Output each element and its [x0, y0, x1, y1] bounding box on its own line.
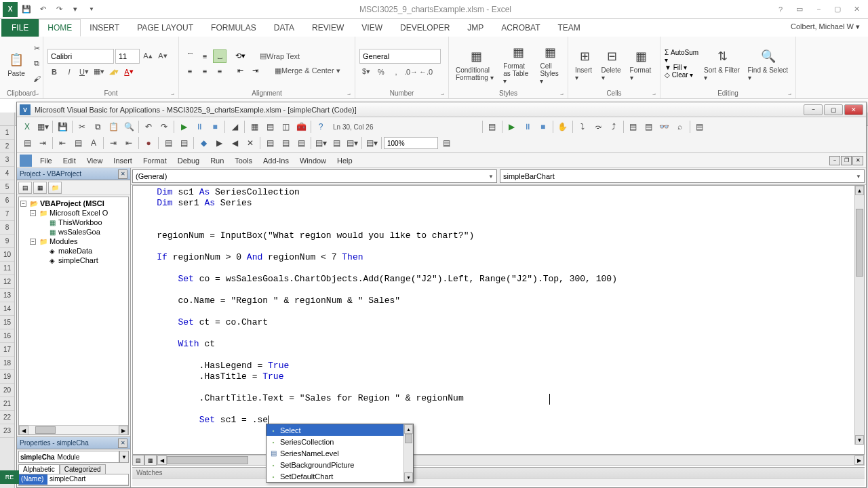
row-header[interactable]: 10 — [0, 248, 14, 262]
code-line[interactable]: Set sc1 = .se — [136, 415, 852, 426]
intl-scroll-thumb[interactable] — [405, 434, 412, 443]
maximize-icon[interactable]: ▢ — [829, 3, 846, 16]
font-size-combo[interactable] — [115, 49, 140, 64]
tab-insert[interactable]: INSERT — [81, 19, 128, 37]
comment-block-icon[interactable]: ▤ — [161, 136, 176, 150]
row-header[interactable]: 14 — [0, 302, 14, 316]
full-module-view-icon[interactable]: ▦ — [144, 455, 157, 466]
borders-icon[interactable]: ▦▾ — [92, 65, 106, 79]
qat-shapes-icon[interactable]: ▾ — [68, 2, 83, 17]
font-name-combo[interactable] — [47, 49, 114, 64]
row-header[interactable]: 1 — [0, 126, 14, 140]
tree-thisworkbook[interactable]: ThisWorkboo — [58, 218, 102, 226]
align-left-icon[interactable]: ≡ — [183, 64, 197, 78]
copy-icon[interactable]: ⧉ — [30, 57, 43, 70]
row-header[interactable]: 15 — [0, 316, 14, 329]
prev-bookmark-icon[interactable]: ◀ — [227, 136, 242, 150]
step-into-icon[interactable]: ⤵ — [575, 119, 590, 134]
number-format-combo[interactable] — [359, 49, 441, 64]
breakpoint-icon[interactable]: ● — [141, 136, 156, 150]
row-header[interactable]: 19 — [0, 370, 14, 384]
align-bottom-icon[interactable]: ⎵ — [213, 49, 226, 63]
step-over-icon[interactable]: ⤼ — [591, 119, 606, 134]
increase-font-icon[interactable]: A▴ — [141, 49, 155, 63]
sort-filter-button[interactable]: ⇅Sort & Filter ▾ — [701, 45, 743, 83]
merge-center-button[interactable]: ▦ Merge & Center ▾ — [271, 64, 344, 78]
decrease-indent-icon[interactable]: ⇤ — [233, 64, 247, 78]
intellisense-item[interactable]: ⬩Select — [267, 424, 413, 436]
intl-scroll-up-icon[interactable]: ▲ — [404, 424, 413, 434]
code-line[interactable]: co.Name = "Region " & regionNum & " Sale… — [136, 296, 852, 306]
orientation-icon[interactable]: ⟲▾ — [233, 49, 247, 63]
row-header[interactable]: 13 — [0, 289, 14, 302]
code-hscroll[interactable]: ◀ ▶ — [157, 455, 865, 466]
paste-button[interactable]: 📋 Paste — [4, 48, 28, 79]
code-line[interactable]: Dim sc1 As SeriesCollection — [136, 187, 852, 198]
edit-btn-g[interactable]: ▤▾ — [364, 136, 379, 150]
align-right-icon[interactable]: ≡ — [213, 64, 226, 78]
row-header[interactable]: 20 — [0, 384, 14, 397]
tab-pagelayout[interactable]: PAGE LAYOUT — [128, 19, 202, 37]
immediate-icon[interactable]: ▤ — [642, 119, 656, 134]
percent-icon[interactable]: % — [374, 65, 388, 79]
menu-addins[interactable]: Add-Ins — [258, 155, 294, 166]
code-line[interactable]: .HasTitle = True — [136, 371, 852, 382]
intl-scroll-down-icon[interactable]: ▼ — [404, 472, 413, 482]
code-line[interactable]: If regionNum > 0 And regionNum < 7 Then — [136, 252, 852, 263]
debug-compile-icon[interactable]: ▤ — [485, 119, 500, 134]
increase-indent-icon[interactable]: ⇥ — [248, 64, 262, 78]
menu-file[interactable]: File — [35, 155, 58, 166]
edit-btn-b[interactable]: ▤ — [278, 136, 293, 150]
code-line[interactable] — [136, 220, 852, 230]
row-header[interactable]: 12 — [0, 275, 14, 289]
intellisense-item[interactable]: ⬩SetDefaultChart — [267, 470, 413, 482]
toolbar-cut-icon[interactable]: ✂ — [75, 119, 90, 134]
clear-bookmarks-icon[interactable]: ✕ — [243, 136, 258, 150]
vba-mdi-icon[interactable] — [20, 155, 32, 167]
tree-modules[interactable]: Modules — [50, 237, 78, 245]
comma-icon[interactable]: , — [389, 65, 403, 79]
view-excel-icon[interactable]: X — [20, 119, 35, 134]
intellisense-dropdown[interactable]: ⬩Select⬩SeriesCollection▤SeriesNameLevel… — [266, 424, 414, 483]
properties-window-icon[interactable]: ▤ — [262, 119, 277, 134]
close-icon[interactable]: ✕ — [848, 3, 865, 16]
menu-window[interactable]: Window — [294, 155, 332, 166]
edit-param-icon[interactable]: ▤ — [71, 136, 85, 150]
tab-developer[interactable]: DEVELOPER — [391, 19, 458, 37]
row-header[interactable]: 18 — [0, 357, 14, 370]
code-line[interactable]: With ct — [136, 339, 852, 350]
debug-run-icon[interactable]: ▶ — [505, 119, 519, 134]
toggle-folders-icon[interactable]: 📁 — [48, 182, 62, 194]
align-middle-icon[interactable]: ≡ — [198, 49, 212, 63]
edit-outdent2-icon[interactable]: ⇤ — [121, 136, 136, 150]
menu-edit[interactable]: Edit — [58, 155, 81, 166]
break-icon[interactable]: ⏸ — [192, 119, 207, 134]
design-mode-icon[interactable]: ◢ — [227, 119, 242, 134]
procedure-combo[interactable]: simpleBarChart▼ — [500, 169, 865, 183]
tab-jmp[interactable]: JMP — [458, 19, 492, 37]
run-icon[interactable]: ▶ — [176, 119, 191, 134]
toolbar-redo-icon[interactable]: ↷ — [157, 119, 172, 134]
format-as-table-button[interactable]: ▦Format as Table ▾ — [500, 41, 536, 86]
menu-view[interactable]: View — [81, 155, 108, 166]
call-stack-icon[interactable]: ▤ — [692, 119, 707, 134]
vscroll-thumb[interactable] — [856, 209, 863, 277]
underline-icon[interactable]: U▾ — [77, 65, 91, 79]
hscroll-left-icon[interactable]: ◀ — [157, 455, 167, 465]
select-all-corner[interactable] — [0, 113, 15, 126]
zoom-btn[interactable]: ▤ — [439, 136, 454, 150]
increase-decimal-icon[interactable]: .0→ — [404, 65, 418, 79]
menu-run[interactable]: Run — [205, 155, 229, 166]
tab-home[interactable]: HOME — [39, 19, 81, 37]
edit-indent2-icon[interactable]: ⇥ — [106, 136, 121, 150]
toolbar-find-icon[interactable]: 🔍 — [121, 119, 136, 134]
tree-scroll-left-icon[interactable]: ◀ — [19, 426, 28, 435]
prop-name-value[interactable]: simpleChart — [47, 474, 128, 485]
watch-icon[interactable]: 👓 — [657, 119, 672, 134]
props-tab-categorized[interactable]: Categorized — [60, 464, 106, 474]
mdi-minimize-icon[interactable]: － — [829, 156, 840, 165]
row-header[interactable]: 17 — [0, 343, 14, 357]
toolbar-copy-icon[interactable]: ⧉ — [90, 119, 105, 134]
qat-undo-icon[interactable]: ↶ — [35, 2, 50, 17]
find-select-button[interactable]: 🔍Find & Select ▾ — [745, 45, 791, 83]
